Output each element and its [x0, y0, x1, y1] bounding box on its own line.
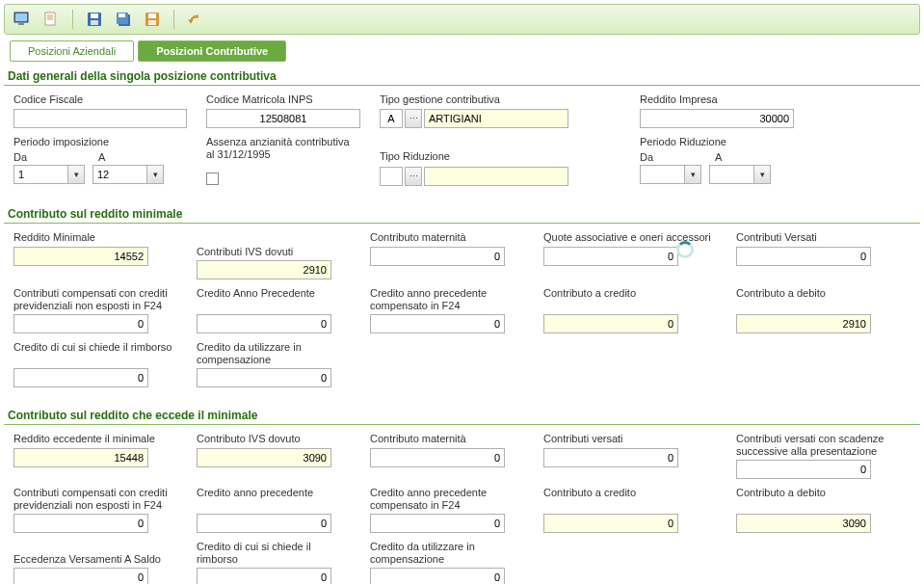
svg-rect-9 [119, 13, 125, 17]
credito-comp-ecc-input[interactable] [370, 568, 505, 584]
tab-posizioni-contributive[interactable]: Posizioni Contributive [138, 40, 286, 62]
credito-prec-f24-ecc-input[interactable] [370, 514, 505, 533]
assenza-anzianita-label: Assenza anzianità contributiva al 31/12/… [206, 136, 360, 163]
monitor-icon[interactable] [11, 9, 34, 30]
contributo-debito-min-label: Contributo a debito [736, 287, 881, 312]
eccedenza-label: Eccedenza Versamenti A Saldo [13, 541, 177, 566]
toolbar [4, 4, 920, 35]
periodo-da-dropdown-button[interactable]: ▾ [67, 165, 85, 184]
compensati-min-input[interactable] [13, 314, 148, 333]
tipo-riduzione-code-input[interactable] [380, 167, 403, 186]
eccedenza-input[interactable] [13, 568, 148, 584]
credito-rimborso-ecc-input[interactable] [197, 568, 331, 584]
periodo-a-dropdown-button[interactable]: ▾ [146, 165, 164, 184]
tipo-riduzione-lookup-button[interactable]: ⋯ [405, 167, 422, 186]
versati-ecc-input[interactable] [543, 448, 678, 467]
section-dati-generali-title: Dati generali della singola posizione co… [4, 66, 920, 86]
periodo-da-combo[interactable] [13, 165, 67, 184]
svg-rect-1 [15, 13, 27, 21]
toolbar-separator [72, 10, 73, 29]
save-all-icon[interactable] [112, 9, 135, 30]
credito-rimborso-ecc-label: Credito di cui si chiede il rimborso [197, 541, 351, 566]
svg-rect-12 [148, 20, 156, 25]
maternita-ecc-input[interactable] [370, 448, 505, 467]
loading-spinner-icon [676, 241, 694, 258]
periodo-rid-a-dropdown-button[interactable]: ▾ [753, 165, 771, 184]
section-eccede-minimale: Reddito eccedente il minimale Contributo… [4, 431, 920, 584]
versati-succ-label: Contributi versati con scadenze successi… [736, 433, 890, 458]
quote-input[interactable] [543, 247, 678, 266]
maternita-ecc-label: Contributo maternità [370, 433, 524, 446]
credito-prec-f24-min-input[interactable] [370, 314, 505, 333]
section-eccede-minimale-title: Contributo sul reddito che eccede il min… [4, 405, 920, 425]
tipo-gestione-lookup-button[interactable]: ⋯ [405, 109, 422, 128]
maternita-min-label: Contributo maternità [370, 231, 524, 245]
periodo-riduzione-label: Periodo Riduzione [640, 136, 794, 149]
periodo-da-label: Da [13, 151, 91, 163]
ivs-dovuto-ecc-input [197, 448, 331, 467]
credito-comp-min-input[interactable] [197, 368, 331, 387]
tipo-gestione-code-input[interactable] [380, 109, 403, 128]
svg-rect-6 [91, 20, 98, 25]
save-icon[interactable] [83, 9, 106, 30]
versati-succ-input[interactable] [736, 460, 871, 479]
credito-comp-ecc-label: Credito da utilizzare in compensazione [370, 541, 524, 566]
contributo-credito-min-input [543, 314, 678, 333]
periodo-a-label: A [98, 151, 175, 163]
tipo-gestione-label: Tipo gestione contributiva [380, 93, 582, 107]
compensati-ecc-input[interactable] [13, 514, 148, 533]
maternita-min-input[interactable] [370, 247, 505, 266]
credito-prec-f24-ecc-label: Credito anno precedente compensato in F2… [370, 487, 524, 512]
periodo-rid-da-combo[interactable] [640, 165, 684, 184]
reddito-impresa-label: Reddito Impresa [640, 93, 794, 107]
credito-comp-min-label: Credito da utilizzare in compensazione [197, 341, 351, 366]
credito-rimborso-min-label: Credito di cui si chiede il rimborso [13, 341, 177, 366]
credito-prec-min-label: Credito Anno Precedente [197, 287, 351, 312]
reddito-min-input [13, 247, 148, 266]
periodo-rid-a-label: A [715, 151, 782, 163]
toolbar-separator-2 [173, 10, 174, 29]
credito-prec-ecc-input[interactable] [197, 514, 331, 533]
periodo-imposizione-label: Periodo imposizione [13, 136, 187, 149]
contributo-debito-ecc-label: Contributo a debito [736, 487, 890, 512]
contributo-debito-min-input [736, 314, 871, 333]
ivs-dovuto-ecc-label: Contributo IVS dovuto [197, 433, 351, 446]
codice-fiscale-label: Codice Fiscale [13, 93, 187, 107]
compensati-min-label: Contributi compensati con crediti previd… [13, 287, 177, 312]
credito-prec-ecc-label: Credito anno precedente [197, 487, 351, 512]
codice-fiscale-input[interactable] [13, 109, 187, 128]
periodo-rid-a-combo[interactable] [709, 165, 753, 184]
versati-min-input[interactable] [736, 247, 871, 266]
tipo-riduzione-desc-input [424, 167, 568, 186]
reddito-min-label: Reddito Minimale [13, 231, 177, 245]
periodo-rid-da-dropdown-button[interactable]: ▾ [684, 165, 701, 184]
section-dati-generali: Codice Fiscale Codice Matricola INPS Tip… [4, 92, 920, 203]
reddito-ecc-label: Reddito eccedente il minimale [13, 433, 177, 446]
tab-bar: Posizioni Aziendali Posizioni Contributi… [4, 40, 920, 62]
matricola-label: Codice Matricola INPS [206, 93, 360, 107]
contributo-credito-ecc-label: Contributo a credito [543, 487, 717, 512]
compensati-ecc-label: Contributi compensati con crediti previd… [13, 487, 177, 512]
ivs-dovuti-input [197, 260, 331, 279]
periodo-a-combo[interactable] [92, 165, 146, 184]
reddito-impresa-input[interactable] [640, 109, 794, 128]
svg-rect-2 [18, 23, 24, 25]
undo-icon[interactable] [184, 9, 207, 30]
document-icon[interactable] [40, 9, 63, 30]
assenza-anzianita-checkbox[interactable] [206, 173, 219, 185]
contributo-credito-ecc-input [543, 514, 678, 533]
svg-rect-5 [91, 13, 98, 18]
reddito-ecc-input [13, 448, 148, 467]
tab-posizioni-aziendali[interactable]: Posizioni Aziendali [10, 40, 134, 62]
credito-prec-f24-min-label: Credito anno precedente compensato in F2… [370, 287, 524, 312]
tipo-gestione-desc-input [424, 109, 568, 128]
ivs-dovuti-label: Contributi IVS dovuti [197, 231, 351, 258]
contributo-credito-min-label: Contributo a credito [543, 287, 717, 312]
credito-rimborso-min-input[interactable] [13, 368, 148, 387]
periodo-rid-da-label: Da [640, 151, 707, 163]
contributo-debito-ecc-input [736, 514, 871, 533]
credito-prec-min-input[interactable] [197, 314, 331, 333]
matricola-input[interactable] [206, 109, 360, 128]
save-as-icon[interactable] [141, 9, 164, 30]
section-reddito-minimale-title: Contributo sul reddito minimale [4, 203, 920, 224]
